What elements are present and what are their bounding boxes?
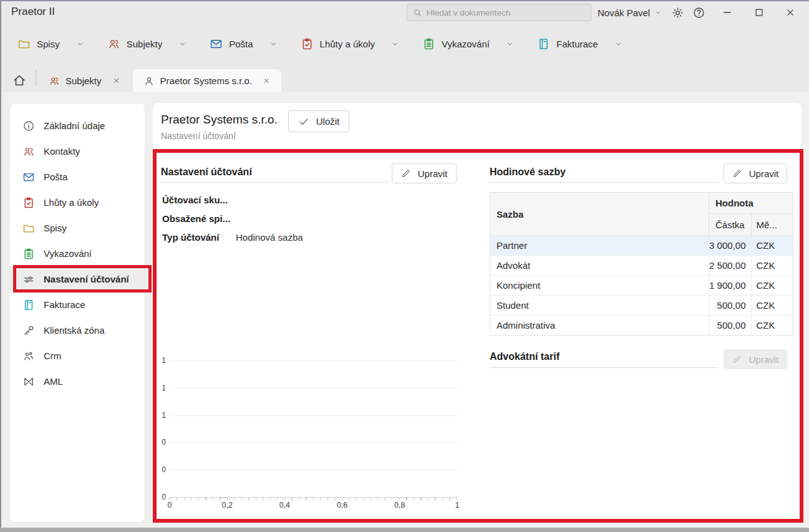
chart-x-tick: 1 [455, 501, 460, 510]
rates-edit-button[interactable]: Upravit [724, 163, 787, 183]
billing-edit-button[interactable]: Upravit [392, 163, 457, 183]
sidebar-item[interactable]: Spisy [10, 215, 145, 241]
chart-x-tick: 0,2 [221, 501, 232, 510]
chart-y-tick: 0 [153, 438, 166, 447]
sidebar-item-label: Lhůty a úkoly [44, 197, 99, 208]
chart-x-axis: 0 0,2 0,4 0,6 0,8 1 [170, 501, 457, 511]
titlebar: Praetor II Novák Pavel [0, 0, 809, 25]
rate-currency[interactable]: CZK [751, 236, 793, 256]
column-header-castka: Částka [709, 214, 752, 236]
user-menu[interactable]: Novák Pavel [598, 0, 662, 25]
app-window: Praetor II Novák Pavel Spisy Subjekty [0, 0, 809, 532]
sidebar-item-label: Základní údaje [44, 120, 105, 131]
rate-name[interactable]: Administrativa [490, 316, 709, 336]
minimize-button[interactable] [722, 7, 733, 18]
sidebar-item-label: Kontakty [44, 146, 80, 157]
rate-amount[interactable]: 1 900,00 [709, 276, 752, 296]
menu-item[interactable]: Fakturace [537, 37, 622, 51]
rate-currency[interactable]: CZK [751, 296, 793, 316]
sidebar-item[interactable]: Pošta [10, 164, 145, 190]
open-tabs: Subjekty Praetor Systems s.r.o. [40, 69, 281, 92]
rate-row[interactable]: Koncipient 1 900,00 CZK [490, 276, 793, 296]
sidebar-item[interactable]: AML [10, 369, 145, 394]
menu-item[interactable]: Spisy [17, 37, 84, 51]
chevron-down-icon[interactable] [76, 40, 84, 48]
rate-name[interactable]: Advokát [490, 256, 709, 276]
rate-amount[interactable]: 3 000,00 [709, 236, 752, 256]
tab-close-icon[interactable] [112, 77, 120, 85]
pencil-icon [401, 168, 411, 178]
tab[interactable]: Subjekty [40, 69, 129, 92]
folder-icon [17, 37, 31, 51]
rate-currency[interactable]: CZK [751, 316, 793, 336]
sidebar-item[interactable]: Základní údaje [10, 113, 145, 138]
sidebar-item[interactable]: Kontakty [10, 138, 145, 164]
menu-item-label: Subjekty [127, 39, 163, 49]
rate-row[interactable]: Student 500,00 CZK [490, 296, 793, 316]
menu-item[interactable]: Subjekty [107, 37, 187, 51]
tab[interactable]: Praetor Systems s.r.o. [133, 69, 282, 92]
sidebar-item[interactable]: Nastavení účtování [10, 266, 145, 292]
sidebar-item-label: Spisy [44, 223, 67, 233]
rate-row[interactable]: Advokát 2 500,00 CZK [490, 256, 793, 276]
gear-icon[interactable] [671, 6, 684, 19]
sidebar-item-label: Vykazování [44, 248, 92, 259]
sidebar-item[interactable]: Klientská zóna [10, 317, 145, 343]
chart-x-tick: 0 [168, 501, 172, 510]
sidebar-item[interactable]: Fakturace [10, 292, 145, 317]
save-button[interactable]: Uložit [288, 110, 349, 132]
people-icon [107, 37, 120, 51]
chevron-down-icon[interactable] [506, 40, 514, 48]
menu-item[interactable]: Pošta [210, 37, 277, 51]
pencil-icon [732, 168, 742, 178]
rate-name[interactable]: Partner [490, 236, 709, 256]
column-header-mena: Mě... [751, 214, 793, 236]
search-input[interactable] [427, 8, 585, 17]
rate-amount[interactable]: 500,00 [709, 296, 752, 316]
home-icon[interactable] [12, 74, 26, 87]
sidebar-item[interactable]: Crm [10, 343, 145, 369]
chevron-down-icon[interactable] [178, 40, 187, 48]
column-header-hodnota: Hodnota [709, 193, 793, 214]
menu-item[interactable]: Lhůty a úkoly [301, 37, 399, 51]
close-button[interactable] [785, 7, 796, 18]
tab-label: Subjekty [65, 75, 102, 86]
help-icon[interactable] [692, 6, 705, 19]
sidebar-item[interactable]: Vykazování [10, 241, 145, 266]
people-icon [49, 75, 60, 87]
chart-gridline: 0 [170, 470, 457, 470]
rate-currency[interactable]: CZK [751, 276, 793, 296]
rate-amount[interactable]: 2 500,00 [709, 256, 752, 276]
maximize-button[interactable] [753, 7, 765, 18]
sidebar-item[interactable]: Lhůty a úkoly [10, 190, 145, 215]
aml-icon [22, 375, 35, 388]
document-search[interactable] [407, 4, 591, 21]
rate-row[interactable]: Administrativa 500,00 CZK [490, 316, 793, 336]
sidebar-item-label: Klientská zóna [44, 325, 105, 336]
menu-item-label: Vykazování [442, 39, 490, 49]
menu-item-label: Fakturace [556, 39, 598, 49]
rate-row[interactable]: Partner 3 000,00 CZK [490, 236, 793, 256]
rate-name[interactable]: Student [490, 296, 709, 316]
chevron-down-icon[interactable] [269, 40, 278, 48]
chevron-down-icon[interactable] [391, 40, 399, 48]
chart-x-tick: 0,8 [394, 501, 405, 510]
clipboard-check-icon [301, 37, 314, 51]
search-icon [413, 8, 422, 17]
menu-item[interactable]: Vykazování [422, 37, 514, 51]
chart-gridline: 1 [170, 360, 457, 361]
page-subtitle: Nastavení účtování [161, 131, 236, 141]
sidebar-item-label: AML [44, 376, 63, 387]
rate-amount[interactable]: 500,00 [709, 316, 752, 336]
rate-currency[interactable]: CZK [751, 256, 793, 276]
sidebar-item-label: Crm [44, 351, 61, 361]
chart-gridline: 1 [170, 415, 457, 416]
window-edge-top [0, 0, 809, 1]
tariff-panel-rule [490, 367, 717, 368]
billing-chart: 1 1 1 0 0 0 [170, 360, 457, 497]
chevron-down-icon[interactable] [614, 40, 622, 48]
check-icon [298, 116, 309, 127]
rate-name[interactable]: Koncipient [490, 276, 709, 296]
sidebar-item-label: Pošta [44, 172, 67, 182]
tab-close-icon[interactable] [263, 77, 271, 85]
